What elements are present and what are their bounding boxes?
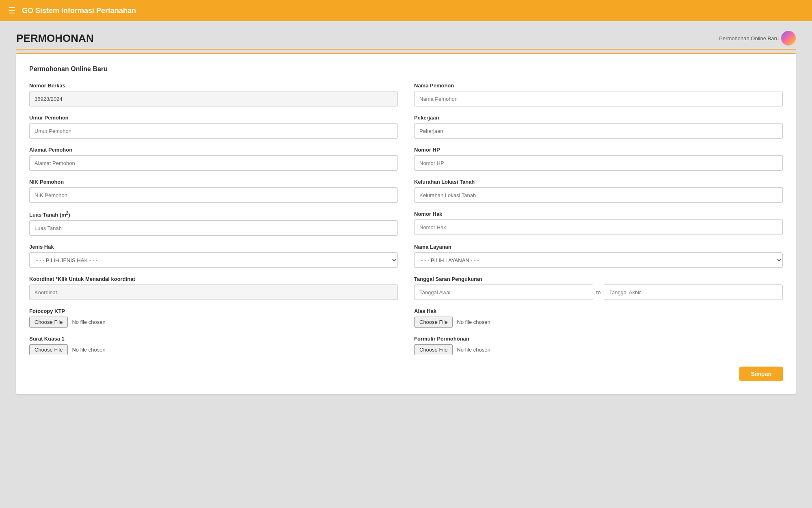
- breadcrumb: Permohonan Online Baru: [719, 31, 796, 46]
- tanggal-awal-input[interactable]: [414, 284, 593, 300]
- luas-tanah-group: Luas Tanah (m2): [29, 211, 398, 236]
- formulir-permohonan-choose-button[interactable]: Choose File: [414, 344, 453, 355]
- nomor-hak-label: Nomor Hak: [414, 211, 783, 217]
- nama-layanan-select[interactable]: - - - PILIH LAYANAN - - -: [414, 252, 783, 268]
- luas-tanah-label: Luas Tanah (m2): [29, 211, 398, 218]
- nomor-hp-label: Nomor HP: [414, 147, 783, 153]
- simpan-button[interactable]: Simpan: [739, 367, 783, 381]
- page-title: PERMOHONAN: [16, 32, 94, 45]
- alamat-pemohon-group: Alamat Pemohon: [29, 147, 398, 171]
- formulir-permohonan-no-file: No file chosen: [457, 347, 490, 353]
- pekerjaan-input[interactable]: [414, 123, 783, 139]
- alamat-pemohon-input[interactable]: [29, 155, 398, 171]
- page-header: PERMOHONAN Permohonan Online Baru: [16, 31, 796, 46]
- tanggal-group: Tanggal Saran Pengukuran to: [414, 276, 783, 300]
- kelurahan-input[interactable]: [414, 187, 783, 203]
- kelurahan-group: Kelurahan Lokasi Tanah: [414, 179, 783, 203]
- formulir-permohonan-group: Formulir Permohonan Choose File No file …: [414, 336, 783, 355]
- pekerjaan-group: Pekerjaan: [414, 115, 783, 139]
- nama-layanan-group: Nama Layanan - - - PILIH LAYANAN - - -: [414, 244, 783, 268]
- tanggal-label: Tanggal Saran Pengukuran: [414, 276, 783, 282]
- form-grid: Nomor Berkas Nama Pemohon Umur Pemohon P…: [29, 82, 783, 355]
- permohonan-form: Nomor Berkas Nama Pemohon Umur Pemohon P…: [29, 82, 783, 381]
- surat-kuasa-choose-button[interactable]: Choose File: [29, 344, 68, 355]
- alas-hak-choose-button[interactable]: Choose File: [414, 317, 453, 328]
- surat-kuasa-file-wrapper: Choose File No file chosen: [29, 344, 398, 355]
- form-card: Permohonan Online Baru Nomor Berkas Nama…: [16, 53, 796, 394]
- jenis-hak-select[interactable]: - - - PILIH JENIS HAK - - -: [29, 252, 398, 268]
- card-title: Permohonan Online Baru: [29, 65, 783, 73]
- koordinat-input[interactable]: [29, 284, 398, 300]
- tanggal-akhir-input[interactable]: [604, 284, 783, 300]
- kelurahan-label: Kelurahan Lokasi Tanah: [414, 179, 783, 185]
- umur-pemohon-input[interactable]: [29, 123, 398, 139]
- title-divider: [16, 49, 796, 50]
- formulir-permohonan-file-wrapper: Choose File No file chosen: [414, 344, 783, 355]
- umur-pemohon-group: Umur Pemohon: [29, 115, 398, 139]
- formulir-permohonan-label: Formulir Permohonan: [414, 336, 783, 342]
- nama-layanan-label: Nama Layanan: [414, 244, 783, 250]
- fotocopy-ktp-group: Fotocopy KTP Choose File No file chosen: [29, 308, 398, 328]
- surat-kuasa-group: Surat Kuasa 1 Choose File No file chosen: [29, 336, 398, 355]
- jenis-hak-label: Jenis Hak: [29, 244, 398, 250]
- nomor-hak-group: Nomor Hak: [414, 211, 783, 236]
- date-range: to: [414, 284, 783, 300]
- nama-pemohon-group: Nama Pemohon: [414, 82, 783, 106]
- menu-icon[interactable]: ☰: [8, 6, 15, 15]
- nik-pemohon-input[interactable]: [29, 187, 398, 203]
- nama-pemohon-label: Nama Pemohon: [414, 82, 783, 89]
- nomor-berkas-group: Nomor Berkas: [29, 82, 398, 106]
- alamat-pemohon-label: Alamat Pemohon: [29, 147, 398, 153]
- nama-pemohon-input[interactable]: [414, 91, 783, 106]
- fotocopy-ktp-no-file: No file chosen: [72, 319, 105, 325]
- pekerjaan-label: Pekerjaan: [414, 115, 783, 121]
- navbar: ☰ GO Sistem Informasi Pertanahan: [0, 0, 812, 21]
- nomor-berkas-label: Nomor Berkas: [29, 82, 398, 89]
- alas-hak-file-wrapper: Choose File No file chosen: [414, 317, 783, 328]
- jenis-hak-group: Jenis Hak - - - PILIH JENIS HAK - - -: [29, 244, 398, 268]
- surat-kuasa-no-file: No file chosen: [72, 347, 105, 353]
- fotocopy-ktp-file-wrapper: Choose File No file chosen: [29, 317, 398, 328]
- umur-pemohon-label: Umur Pemohon: [29, 115, 398, 121]
- page-wrapper: PERMOHONAN Permohonan Online Baru Permoh…: [0, 21, 812, 404]
- nomor-hak-input[interactable]: [414, 219, 783, 235]
- koordinat-group: Koordinat *Klik Untuk Menandai koordinat: [29, 276, 398, 300]
- fotocopy-ktp-choose-button[interactable]: Choose File: [29, 317, 68, 328]
- avatar: [781, 31, 796, 46]
- navbar-title: GO Sistem Informasi Pertanahan: [22, 7, 136, 15]
- fotocopy-ktp-label: Fotocopy KTP: [29, 308, 398, 314]
- alas-hak-no-file: No file chosen: [457, 319, 490, 325]
- alas-hak-label: Alas Hak: [414, 308, 783, 314]
- surat-kuasa-label: Surat Kuasa 1: [29, 336, 398, 342]
- nomor-hp-input[interactable]: [414, 155, 783, 171]
- nik-pemohon-group: NIK Pemohon: [29, 179, 398, 203]
- nomor-berkas-input: [29, 91, 398, 106]
- alas-hak-group: Alas Hak Choose File No file chosen: [414, 308, 783, 328]
- nomor-hp-group: Nomor HP: [414, 147, 783, 171]
- luas-tanah-input[interactable]: [29, 220, 398, 236]
- nik-pemohon-label: NIK Pemohon: [29, 179, 398, 185]
- form-actions: Simpan: [29, 367, 783, 381]
- breadcrumb-text: Permohonan Online Baru: [719, 35, 779, 41]
- date-range-to: to: [596, 289, 601, 295]
- koordinat-label: Koordinat *Klik Untuk Menandai koordinat: [29, 276, 398, 282]
